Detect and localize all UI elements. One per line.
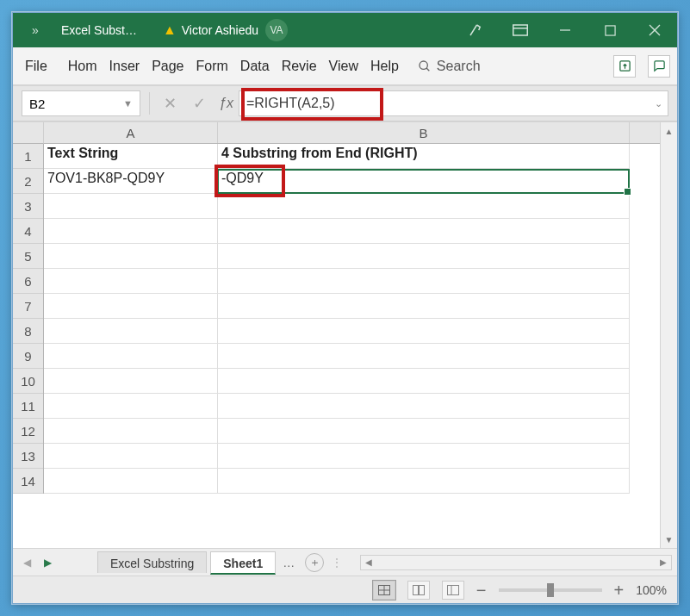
ribbon-display-icon[interactable]	[498, 13, 543, 47]
cell-B3[interactable]	[218, 194, 630, 219]
comments-button[interactable]	[648, 55, 670, 78]
row-header-9[interactable]: 9	[13, 344, 43, 369]
sheet-nav-prev[interactable]: ◀	[18, 557, 35, 569]
tab-insert[interactable]: Inser	[104, 53, 146, 79]
sheet-tab-excel-substring[interactable]: Excel Substring	[97, 551, 207, 573]
cell-A14[interactable]	[44, 469, 218, 494]
scroll-right-icon[interactable]: ▶	[656, 557, 671, 567]
vertical-scrollbar[interactable]: ▲ ▼	[660, 122, 677, 548]
tab-home[interactable]: Hom	[63, 53, 103, 79]
cell-A2[interactable]: 7OV1-BK8P-QD9Y	[44, 169, 218, 194]
row-header-5[interactable]: 5	[13, 244, 43, 269]
zoom-slider-knob[interactable]	[547, 583, 554, 597]
row-header-14[interactable]: 14	[13, 469, 43, 494]
tell-me-search[interactable]: Search	[418, 59, 481, 74]
column-header-A[interactable]: A	[44, 122, 218, 143]
row-header-1[interactable]: 1	[13, 144, 43, 169]
formula-input[interactable]: =RIGHT(A2,5) ⌄	[239, 90, 668, 116]
row-header-12[interactable]: 12	[13, 419, 43, 444]
cell-A1[interactable]: Text String	[44, 144, 218, 169]
row-header-6[interactable]: 6	[13, 269, 43, 294]
chevron-down-icon[interactable]: ▼	[123, 98, 133, 109]
sheet-tabs-overflow[interactable]: …	[279, 556, 298, 569]
cell-A11[interactable]	[44, 394, 218, 419]
cell-A10[interactable]	[44, 369, 218, 394]
scroll-up-icon[interactable]: ▲	[661, 122, 677, 140]
view-page-break-button[interactable]	[442, 581, 464, 600]
view-normal-button[interactable]	[373, 581, 395, 600]
row-header-2[interactable]: 2	[13, 169, 43, 194]
horizontal-scrollbar[interactable]: ◀ ▶	[360, 555, 672, 570]
zoom-level[interactable]: 100%	[636, 583, 667, 597]
row-header-8[interactable]: 8	[13, 319, 43, 344]
row-header-7[interactable]: 7	[13, 294, 43, 319]
warning-icon: ▲	[163, 22, 177, 38]
name-box[interactable]: B2 ▼	[22, 90, 140, 116]
column-headers: A B	[44, 122, 660, 144]
cell-B11[interactable]	[218, 394, 630, 419]
ribbon-collapse-button[interactable]: »	[13, 13, 58, 47]
cell-B10[interactable]	[218, 369, 630, 394]
select-all-corner[interactable]	[13, 122, 44, 144]
page-layout-icon	[413, 585, 425, 595]
fx-icon[interactable]: ƒx	[214, 96, 239, 111]
tab-data[interactable]: Data	[235, 53, 275, 79]
scroll-left-icon[interactable]: ◀	[361, 557, 376, 567]
row-header-3[interactable]: 3	[13, 194, 43, 219]
row-header-10[interactable]: 10	[13, 369, 43, 394]
user-name-label: Victor Ashiedu	[182, 23, 258, 37]
expand-formula-bar-icon[interactable]: ⌄	[655, 98, 662, 109]
maximize-button[interactable]	[587, 13, 632, 47]
minimize-button[interactable]	[543, 13, 587, 47]
view-page-layout-button[interactable]	[407, 581, 430, 600]
cell-A13[interactable]	[44, 444, 218, 469]
cell-B13[interactable]	[218, 444, 630, 469]
zoom-slider[interactable]	[499, 588, 602, 592]
row-header-4[interactable]: 4	[13, 219, 43, 244]
coming-soon-icon[interactable]	[453, 13, 498, 47]
share-button[interactable]	[613, 55, 636, 78]
separator: ⋮	[327, 556, 346, 569]
enter-formula-button[interactable]: ✓	[184, 94, 214, 113]
cell-A7[interactable]	[44, 294, 218, 319]
cell-B12[interactable]	[218, 419, 630, 444]
status-bar: − + 100%	[13, 576, 677, 603]
ribbon-tabs: File Hom Inser Page Form Data Revie View…	[13, 47, 677, 85]
tab-formulas[interactable]: Form	[191, 53, 233, 79]
cell-B9[interactable]	[218, 344, 630, 369]
scroll-down-icon[interactable]: ▼	[661, 531, 677, 548]
cell-A5[interactable]	[44, 244, 218, 269]
account-control[interactable]: Victor Ashiedu VA	[182, 19, 288, 41]
tab-review[interactable]: Revie	[277, 53, 322, 79]
cell-A6[interactable]	[44, 269, 218, 294]
cell-B2[interactable]: -QD9Y	[218, 169, 630, 194]
vscroll-track[interactable]	[661, 140, 677, 531]
cell-A4[interactable]	[44, 219, 218, 244]
cell-A8[interactable]	[44, 319, 218, 344]
cell-B14[interactable]	[218, 469, 630, 494]
tab-help[interactable]: Help	[365, 53, 404, 79]
sheet-nav-next[interactable]: ▶	[39, 557, 56, 569]
row-header-13[interactable]: 13	[13, 444, 43, 469]
column-header-B[interactable]: B	[218, 122, 630, 143]
name-box-value: B2	[29, 96, 45, 111]
cell-B1[interactable]: 4 Substring from End (RIGHT)	[218, 144, 630, 169]
grid[interactable]: A B 1 2 3 4 5 6 7 8 9 10 11 12 13 14	[13, 122, 660, 548]
cell-A9[interactable]	[44, 344, 218, 369]
sheet-tab-sheet1[interactable]: Sheet1	[210, 551, 276, 575]
close-button[interactable]	[632, 13, 677, 47]
search-icon	[418, 59, 432, 73]
cell-B8[interactable]	[218, 319, 630, 344]
cell-B5[interactable]	[218, 244, 630, 269]
cancel-formula-button[interactable]: ✕	[155, 94, 184, 113]
cell-A12[interactable]	[44, 419, 218, 444]
new-sheet-button[interactable]: ＋	[305, 553, 324, 572]
cell-A3[interactable]	[44, 194, 218, 219]
row-header-11[interactable]: 11	[13, 394, 43, 419]
cell-B6[interactable]	[218, 269, 630, 294]
tab-page[interactable]: Page	[146, 53, 189, 79]
cell-B7[interactable]	[218, 294, 630, 319]
tab-file[interactable]: File	[20, 53, 53, 79]
cell-B4[interactable]	[218, 219, 630, 244]
tab-view[interactable]: View	[324, 53, 364, 79]
